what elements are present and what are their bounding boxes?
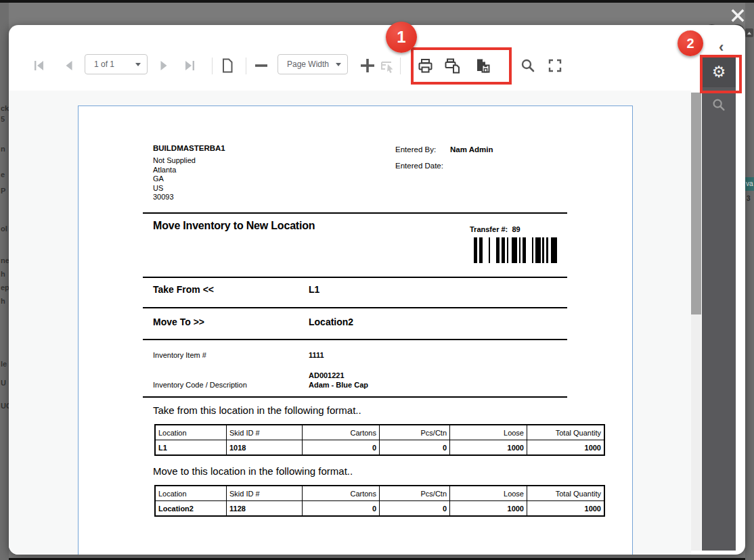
bg-fragment: UC (1, 402, 9, 410)
report-title: Move Inventory to New Location (153, 220, 315, 232)
address-line: GA (153, 174, 196, 184)
zoom-level-value: Page Width (287, 60, 329, 69)
first-page-button[interactable] (29, 55, 49, 76)
viewer-side-panel: ⚙ (702, 57, 736, 551)
vertical-scrollbar[interactable] (691, 92, 701, 551)
table-cell: 0 (303, 440, 380, 456)
toolbar-separator (212, 57, 213, 74)
content-select-button[interactable] (378, 55, 398, 76)
table-cell: 1000 (527, 440, 605, 456)
take-from-value: L1 (309, 284, 319, 295)
warehouse-address: Not Supplied Atlanta GA US 30093 (153, 156, 196, 202)
divider (143, 396, 567, 398)
background-left-edge: ck 5 n e P ol ne h ep h le U UC (0, 3, 9, 560)
bg-fragment: le (1, 360, 7, 368)
chevron-down-icon (336, 63, 341, 66)
barcode-bar (512, 237, 517, 263)
search-button[interactable] (518, 55, 538, 76)
chevron-down-icon (135, 63, 141, 66)
entered-by-value: Nam Admin (450, 145, 493, 154)
print-current-page-button[interactable] (442, 55, 462, 76)
panel-search-icon (711, 97, 727, 113)
barcode-bar (551, 237, 557, 263)
warehouse-name: BUILDMASTERBA1 (153, 144, 225, 152)
page-number-select[interactable]: 1 of 1 (85, 54, 148, 74)
table-cell: 0 (380, 440, 450, 456)
toolbar-separator (400, 57, 401, 74)
table-cell: L1 (155, 440, 227, 456)
bg-fragment: ol (1, 225, 7, 233)
export-button[interactable] (470, 55, 497, 76)
barcode-bar (546, 237, 548, 263)
entered-by-label: Entered By: (395, 145, 436, 154)
last-page-icon (181, 57, 198, 74)
transfer-number-line: Transfer #: 89 (470, 225, 520, 233)
print-button[interactable] (415, 55, 435, 76)
barcode-bar (502, 237, 505, 263)
table-cell: 1018 (227, 440, 303, 456)
barcode-bar (523, 237, 526, 263)
last-page-button[interactable] (179, 55, 200, 76)
address-line: Not Supplied (153, 156, 196, 166)
table-header-cell: Loose (450, 425, 527, 440)
inventory-description: Adam - Blue Cap (309, 381, 368, 389)
move-to-value: Location2 (309, 317, 353, 327)
barcode-bar (542, 237, 544, 263)
barcode-bar (519, 237, 520, 263)
table-header-row: LocationSkid ID #CartonsPcs/CtnLooseTota… (155, 486, 604, 501)
barcode-bar (532, 237, 533, 263)
bg-fragment: ep (1, 283, 9, 291)
bg-fragment: n (1, 145, 5, 153)
zoom-in-button[interactable] (357, 55, 378, 76)
transfer-label: Transfer #: (470, 225, 508, 233)
collapse-panel-button[interactable]: ‹ (719, 40, 724, 55)
table-header-cell: Cartons (303, 425, 380, 440)
zoom-out-button[interactable] (251, 55, 271, 76)
document-viewport[interactable]: BUILDMASTERBA1 Not Supplied Atlanta GA U… (9, 91, 691, 555)
scrollbar-thumb[interactable] (691, 93, 701, 314)
zoom-level-select[interactable]: Page Width (278, 54, 348, 74)
inventory-item-label: Inventory Item # (153, 351, 206, 359)
table-cell: 0 (380, 501, 450, 517)
close-icon (730, 8, 745, 23)
next-page-button[interactable] (154, 55, 174, 76)
previous-page-icon (61, 57, 77, 74)
print-page-icon (443, 57, 462, 75)
full-screen-icon (546, 57, 564, 74)
table-row: Location211280010001000 (155, 501, 604, 517)
bg-fragment: ne (1, 256, 9, 264)
take-from-table: LocationSkid ID #CartonsPcs/CtnLooseTota… (154, 424, 605, 456)
move-section-heading: Move to this location in the following f… (153, 465, 353, 477)
transfer-barcode (474, 237, 557, 263)
gear-icon: ⚙ (712, 63, 726, 80)
background-scrolltop-button (745, 28, 753, 37)
table-cell: 1000 (450, 440, 527, 456)
divider (143, 277, 567, 278)
print-icon (416, 57, 435, 75)
previous-page-button[interactable] (59, 55, 79, 76)
move-to-table: LocationSkid ID #CartonsPcs/CtnLooseTota… (154, 485, 605, 517)
table-header-cell: Pcs/Ctn (380, 486, 450, 501)
whole-page-icon (219, 57, 236, 74)
address-line: Atlanta (153, 166, 196, 175)
close-button[interactable] (726, 5, 750, 26)
barcode-bar (535, 237, 541, 263)
bg-fragment: ck (1, 104, 9, 112)
table-cell: 1000 (527, 501, 605, 517)
barcode-bar (489, 237, 490, 263)
panel-search-button[interactable] (702, 91, 736, 118)
inventory-code-label: Inventory Code / Description (153, 381, 247, 389)
settings-button[interactable]: ⚙ (702, 57, 736, 87)
up-arrow-icon (747, 32, 751, 34)
bg-fragment: P (1, 187, 5, 195)
whole-page-view-button[interactable] (217, 55, 238, 76)
export-save-icon (474, 57, 492, 75)
search-icon (519, 57, 537, 74)
divider (143, 307, 567, 308)
transfer-number: 89 (512, 225, 520, 233)
full-screen-button[interactable] (545, 55, 565, 76)
divider (143, 339, 567, 340)
background-right-edge: va 3 (745, 3, 754, 560)
next-page-icon (156, 57, 172, 74)
table-header-cell: Total Quantity (527, 425, 605, 440)
